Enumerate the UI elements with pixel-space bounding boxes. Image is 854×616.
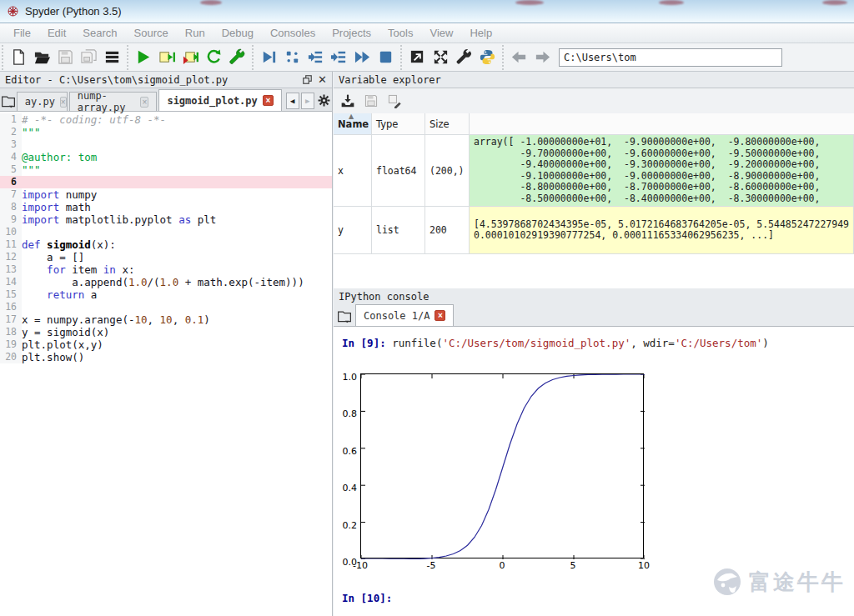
y-tick-label: 0.6 xyxy=(343,446,358,457)
menu-debug[interactable]: Debug xyxy=(214,25,262,41)
maximize-pane-button[interactable] xyxy=(405,46,429,69)
code-line[interactable]: 5""" xyxy=(0,163,332,176)
y-tick-label: 0.4 xyxy=(343,483,358,493)
preferences-wrench-button[interactable] xyxy=(452,46,475,69)
new-file-button[interactable] xyxy=(7,46,30,69)
undock-pane-icon[interactable] xyxy=(302,74,313,85)
menu-edit[interactable]: Edit xyxy=(39,25,74,41)
fullscreen-button[interactable] xyxy=(429,46,452,69)
code-text: """ xyxy=(22,163,41,176)
editor-tab-1[interactable]: ay.py × xyxy=(17,92,68,111)
stop-debug-button[interactable] xyxy=(374,46,397,69)
menu-file[interactable]: File xyxy=(5,25,39,41)
line-number: 17 xyxy=(0,313,22,326)
save-button[interactable] xyxy=(53,46,77,69)
file-switcher-button[interactable] xyxy=(100,46,123,69)
code-line[interactable]: 6 xyxy=(0,176,332,188)
step-return-button[interactable] xyxy=(327,46,350,69)
code-line[interactable]: 7import numpy xyxy=(0,188,332,201)
code-line[interactable]: 1# -*- coding: utf-8 -*- xyxy=(0,113,332,126)
forward-button[interactable] xyxy=(530,46,554,69)
menu-source[interactable]: Source xyxy=(126,25,177,41)
var-value[interactable]: [4.5397868702434395e-05, 5.0172164683764… xyxy=(470,207,854,253)
plot-y-axis-labels: 0.00.20.40.60.81.0 xyxy=(339,373,357,558)
scroll-tabs-right-icon[interactable]: ▶ xyxy=(301,93,314,109)
continue-button[interactable] xyxy=(350,46,374,69)
var-value[interactable]: array([ -1.00000000e+01, -9.90000000e+00… xyxy=(470,135,854,206)
code-line[interactable]: 20plt.show() xyxy=(0,351,332,363)
save-data-icon[interactable] xyxy=(364,93,379,108)
column-header-name[interactable]: ▲ Name xyxy=(334,113,372,134)
window-title: Spyder (Python 3.5) xyxy=(25,5,122,18)
menu-help[interactable]: Help xyxy=(461,25,500,41)
code-line[interactable]: 8import math xyxy=(0,201,332,213)
run-cell-button[interactable] xyxy=(155,46,178,69)
code-line[interactable]: 10 xyxy=(0,226,332,238)
save-all-button[interactable] xyxy=(77,46,100,69)
menu-search[interactable]: Search xyxy=(74,25,125,41)
menu-run[interactable]: Run xyxy=(177,25,214,41)
back-button[interactable] xyxy=(507,46,530,69)
menu-projects[interactable]: Projects xyxy=(324,25,379,41)
run-cell-advance-button[interactable] xyxy=(178,46,202,69)
code-line[interactable]: 18y = sigmoid(x) xyxy=(0,326,332,338)
rerun-cell-button[interactable] xyxy=(202,46,225,69)
console-tab[interactable]: Console 1/A × xyxy=(355,304,454,326)
code-text: import math xyxy=(22,201,91,213)
step-button[interactable] xyxy=(280,46,304,69)
editor-tab-3-active[interactable]: sigmoid_plot.py × xyxy=(158,89,281,111)
step-into-button[interactable] xyxy=(304,46,327,69)
titlebar-artifact xyxy=(515,0,544,5)
browse-tabs-icon[interactable] xyxy=(0,91,17,111)
table-row-x[interactable]: x float64 (200,) array([ -1.00000000e+01… xyxy=(334,135,854,207)
code-editor[interactable]: 1# -*- coding: utf-8 -*-2"""34@author: t… xyxy=(0,113,332,616)
close-tab-icon[interactable]: × xyxy=(140,97,148,108)
run-button[interactable] xyxy=(132,46,155,69)
close-tab-icon[interactable]: × xyxy=(263,95,274,106)
close-tab-icon[interactable]: × xyxy=(60,97,67,108)
editor-tab-2[interactable]: nump-array.py × xyxy=(69,92,158,111)
code-line[interactable]: 13 for item in x: xyxy=(0,263,332,276)
line-number: 19 xyxy=(0,338,22,351)
code-line[interactable]: 3 xyxy=(0,138,332,151)
save-data-as-icon[interactable] xyxy=(387,93,402,108)
title-bar[interactable]: Spyder (Python 3.5) xyxy=(0,0,854,23)
console-tab-label: Console 1/A xyxy=(364,310,430,322)
code-line[interactable]: 9import matplotlib.pyplot as plt xyxy=(0,213,332,226)
editor-options-gear-icon[interactable] xyxy=(317,90,332,110)
console-prompt-10[interactable]: In [10]: xyxy=(342,592,392,604)
configure-run-button[interactable] xyxy=(225,46,249,69)
code-line[interactable]: 17x = numpy.arange(-10, 10, 0.1) xyxy=(0,313,332,326)
menu-view[interactable]: View xyxy=(421,25,461,41)
editor-tab-bar: ay.py × nump-array.py × sigmoid_plot.py … xyxy=(0,88,332,112)
console-body[interactable]: In [9]: runfile('C:/Users/tom/sigmoid_pl… xyxy=(334,327,854,616)
close-console-icon[interactable]: × xyxy=(435,310,445,321)
sort-ascending-icon: ▲ xyxy=(349,113,354,120)
code-line[interactable]: 19plt.plot(x,y) xyxy=(0,338,332,351)
menu-consoles[interactable]: Consoles xyxy=(262,25,324,41)
open-file-button[interactable] xyxy=(30,46,53,69)
editor-pane-title: Editor - C:\Users\tom\sigmoid_plot.py xyxy=(5,74,228,86)
menu-tools[interactable]: Tools xyxy=(379,25,421,41)
code-line[interactable]: 12 a = [] xyxy=(0,251,332,263)
table-row-y[interactable]: y list 200 [4.5397868702434395e-05, 5.01… xyxy=(334,207,854,254)
browse-consoles-icon[interactable] xyxy=(334,306,355,326)
close-pane-icon[interactable]: ✕ xyxy=(318,74,327,85)
code-line[interactable]: 14 a.append(1.0/(1.0 + math.exp(-item))) xyxy=(0,276,332,288)
code-line[interactable]: 11def sigmoid(x): xyxy=(0,238,332,251)
scroll-tabs-left-icon[interactable]: ◀ xyxy=(286,93,299,109)
column-header-value[interactable] xyxy=(470,113,854,134)
code-line[interactable]: 15 return a xyxy=(0,288,332,301)
debug-button[interactable] xyxy=(257,46,280,69)
code-line[interactable]: 2""" xyxy=(0,126,332,138)
working-directory-input[interactable] xyxy=(559,48,782,67)
code-line[interactable]: 16 xyxy=(0,301,332,313)
column-header-type[interactable]: Type xyxy=(372,113,425,134)
code-text: # -*- coding: utf-8 -*- xyxy=(22,113,166,126)
import-data-icon[interactable] xyxy=(340,93,355,108)
code-text: import numpy xyxy=(22,188,97,201)
column-header-size[interactable]: Size xyxy=(425,113,470,134)
python-interpreter-icon[interactable] xyxy=(475,46,499,69)
line-number: 6 xyxy=(0,176,22,188)
code-line[interactable]: 4@author: tom xyxy=(0,151,332,163)
